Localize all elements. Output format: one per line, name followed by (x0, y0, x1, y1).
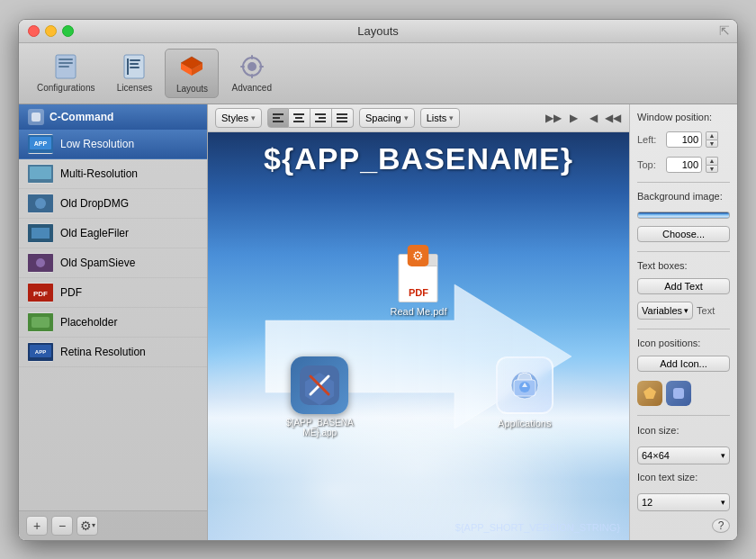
icon-preview-2 (666, 381, 691, 406)
gear-icon: ⚙ (80, 518, 92, 533)
sidebar: C-Command APP Low Resolution (19, 104, 208, 540)
svg-rect-40 (315, 113, 326, 115)
top-stepper: ▲ ▼ (706, 157, 718, 173)
right-panel: Window position: Left: ▲ ▼ Top: ▲ ▼ Back… (629, 104, 737, 540)
icon-text-size-select[interactable]: 12 ▾ (637, 493, 730, 511)
sidebar-item-old-spamsieve[interactable]: Old SpamSieve (19, 248, 207, 278)
sidebar-item-label-old-eaglefiler: Old EagleFiler (60, 227, 129, 239)
layouts-icon (177, 53, 206, 82)
toolbar-advanced[interactable]: Advanced (222, 49, 280, 98)
canvas-app-icon: ${APP_BASENAME}.app (284, 356, 356, 437)
svg-rect-24 (32, 228, 50, 239)
left-decrement-button[interactable]: ▼ (706, 140, 718, 148)
svg-rect-56 (673, 388, 684, 399)
sidebar-item-icon: APP (28, 342, 53, 362)
sidebar-item-label-low-resolution: Low Resolution (60, 138, 134, 150)
icon-text-size-row: 12 ▾ (637, 491, 730, 511)
licenses-icon (120, 52, 148, 81)
sidebar-item-icon (28, 164, 53, 184)
add-layout-button[interactable]: + (26, 516, 48, 536)
advanced-icon (238, 52, 266, 81)
sidebar-item-old-dropdmg[interactable]: Old DropDMG (19, 189, 207, 219)
remove-layout-button[interactable]: − (51, 516, 73, 536)
canvas-applications-label: Applications (498, 418, 551, 428)
svg-rect-3 (58, 66, 69, 68)
settings-layout-button[interactable]: ⚙ ▾ (76, 516, 98, 536)
toolbar-licenses[interactable]: Licenses (107, 49, 161, 98)
center-panel: Styles ▾ (208, 104, 629, 540)
svg-rect-43 (337, 113, 347, 115)
nav-buttons: ▶▶ ▶ ◀ ◀◀ (544, 109, 622, 127)
align-buttons (267, 108, 354, 128)
toolbar-layouts[interactable]: Layouts (165, 49, 219, 98)
minimize-button[interactable] (45, 25, 57, 37)
canvas-pdf-icon: ⚙ PDF Read Me.pdf (391, 254, 447, 317)
align-justify-button[interactable] (332, 108, 354, 128)
titlebar: Layouts ⇱ (19, 20, 737, 43)
toolbar-configurations[interactable]: Configurations (28, 49, 104, 98)
icon-positions-label: Icon positions: (637, 338, 730, 348)
close-button[interactable] (28, 25, 40, 37)
lists-dropdown[interactable]: Lists ▾ (420, 108, 461, 128)
chevron-down-icon: ▾ (404, 113, 409, 122)
sidebar-item-retina-resolution[interactable]: APP Retina Resolution (19, 338, 207, 367)
svg-rect-8 (130, 67, 140, 68)
help-button[interactable]: ? (712, 518, 730, 533)
icon-text-size-label: Icon text size: (637, 472, 730, 482)
align-right-button[interactable] (310, 108, 332, 128)
choose-button[interactable]: Choose... (637, 226, 730, 242)
sidebar-item-pdf[interactable]: PDF PDF (19, 278, 207, 308)
nav-back-button[interactable]: ◀ (584, 109, 602, 127)
svg-rect-42 (315, 121, 326, 122)
icon-preview-1 (637, 381, 662, 406)
align-center-button[interactable] (289, 108, 310, 128)
svg-rect-36 (273, 121, 284, 122)
nav-end-button[interactable]: ▶▶ (544, 109, 562, 127)
top-increment-button[interactable]: ▲ (706, 157, 718, 165)
sidebar-item-icon (28, 312, 53, 332)
sidebar-item-multi-resolution[interactable]: Multi-Resolution (19, 159, 207, 189)
nav-forward-button[interactable]: ▶ (564, 109, 582, 127)
svg-rect-34 (273, 113, 284, 115)
left-position-row: Left: ▲ ▼ (637, 131, 730, 148)
sidebar-header-label: C-Command (50, 111, 113, 123)
left-stepper: ▲ ▼ (706, 131, 718, 148)
svg-rect-37 (293, 113, 304, 115)
window-position-label: Window position: (637, 112, 730, 122)
sidebar-item-old-eaglefiler[interactable]: Old EagleFiler (19, 219, 207, 248)
align-left-button[interactable] (267, 108, 289, 128)
sidebar-item-icon (28, 253, 53, 273)
sidebar-item-low-resolution[interactable]: APP Low Resolution (19, 130, 207, 159)
svg-rect-2 (58, 62, 73, 64)
svg-rect-13 (240, 66, 245, 68)
left-increment-button[interactable]: ▲ (706, 131, 718, 140)
sidebar-item-placeholder[interactable]: Placeholder (19, 308, 207, 338)
resize-icon[interactable]: ⇱ (719, 23, 730, 38)
svg-rect-44 (337, 117, 347, 119)
svg-rect-30 (32, 317, 50, 328)
icon-size-select[interactable]: 64×64 ▾ (637, 446, 730, 464)
sidebar-header-icon (28, 109, 44, 125)
toolbar: Configurations Licenses (19, 43, 737, 104)
sidebar-item-icon (28, 223, 53, 243)
main-content: C-Command APP Low Resolution (19, 104, 737, 540)
add-text-button[interactable]: Add Text (637, 278, 730, 294)
chevron-down-icon: ▾ (721, 498, 725, 507)
top-decrement-button[interactable]: ▼ (706, 165, 718, 173)
styles-dropdown[interactable]: Styles ▾ (215, 108, 262, 128)
left-position-input[interactable] (666, 131, 702, 148)
text-boxes-label: Text boxes: (637, 260, 730, 271)
maximize-button[interactable] (62, 25, 74, 37)
svg-point-10 (248, 62, 256, 71)
nav-start-button[interactable]: ◀◀ (604, 109, 622, 127)
spacing-dropdown[interactable]: Spacing ▾ (359, 108, 415, 128)
pdf-label: PDF (409, 287, 428, 298)
top-position-input[interactable] (666, 157, 702, 173)
applications-folder-icon (496, 356, 554, 414)
chevron-down-icon: ▾ (449, 113, 454, 122)
editor-toolbar: Styles ▾ (208, 104, 629, 132)
add-icon-button[interactable]: Add Icon... (637, 356, 730, 372)
variables-dropdown[interactable]: Variables ▾ (637, 302, 693, 320)
main-window: Layouts ⇱ Configurations (18, 19, 738, 541)
sidebar-header: C-Command (19, 104, 207, 130)
